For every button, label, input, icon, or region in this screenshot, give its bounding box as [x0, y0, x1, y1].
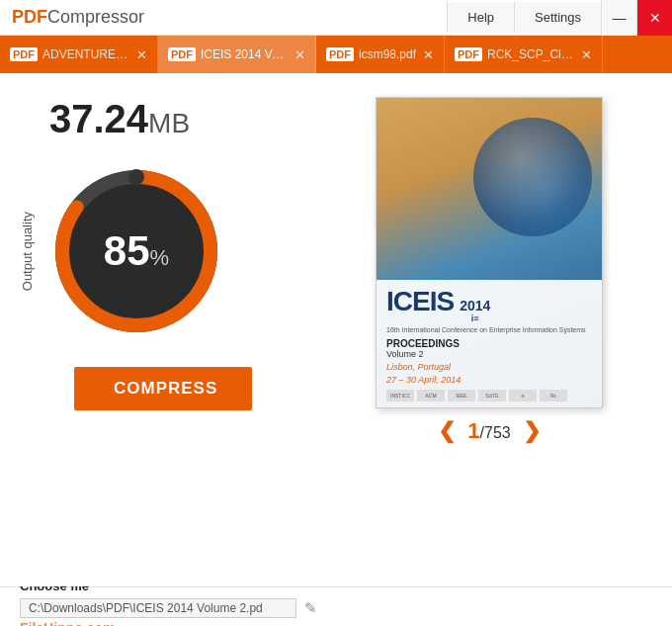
donut-wrapper: Output quality 85% [20, 157, 306, 345]
title-pdf: PDF [12, 7, 47, 28]
pdf-volume: Volume 2 [386, 349, 592, 359]
tab-icon-adventure: PDF [10, 47, 38, 61]
tab-bar: PDF ADVENTURE NE ✕ PDF ICEIS 2014 Volun … [0, 36, 672, 73]
pdf-location: Lisbon, Portugal [386, 362, 592, 372]
tab-label-adventure: ADVENTURE NE [42, 47, 129, 61]
main-content: 37.24MB Output quality 85% [0, 73, 672, 586]
tab-icon-rck: PDF [455, 47, 482, 61]
tab-close-iceis[interactable]: ✕ [294, 47, 305, 62]
tab-icon-iceis: PDF [168, 47, 196, 61]
tab-label-iceis: ICEIS 2014 Volun [201, 47, 288, 61]
tab-rck[interactable]: PDF RCK_SCP_Clones ✕ [445, 36, 603, 73]
page-info: 1/753 [467, 418, 510, 444]
bottom-bar: Choose file C:\Downloads\PDF\ICEIS 2014 … [0, 586, 672, 626]
logo-sigma: σ [509, 390, 537, 402]
pdf-preview: ICEIS 2014 i≡ 16th International Confere… [376, 97, 603, 408]
settings-menu[interactable]: Settings [514, 2, 601, 33]
tab-label-icsm98: icsm98.pdf [359, 47, 416, 61]
prev-page-button[interactable]: ❮ [438, 418, 456, 444]
pdf-logos: INSTICC ACM IEEE SciTE σ Rc [386, 390, 592, 402]
file-size-unit: MB [148, 108, 190, 138]
title-bar-controls: Help Settings — ✕ [447, 0, 672, 36]
logo-acm: ACM [417, 390, 445, 402]
title-bar: PDFCompressor Help Settings — ✕ [0, 0, 672, 36]
pdf-proceedings: PROCEEDINGS [386, 338, 592, 349]
tab-label-rck: RCK_SCP_Clones [487, 47, 574, 61]
minimize-button[interactable]: — [601, 0, 636, 36]
app-title: PDFCompressor [0, 7, 144, 28]
logo-ieee: IEEE [448, 390, 475, 402]
file-input-row: C:\Downloads\PDF\ICEIS 2014 Volume 2.pd … [20, 598, 652, 618]
tab-iceis[interactable]: PDF ICEIS 2014 Volun ✕ [158, 36, 316, 73]
pdf-globe-graphic [473, 118, 592, 236]
filehippo-watermark: FileHippo.com [20, 620, 652, 627]
svg-point-3 [128, 169, 144, 185]
tab-close-icsm98[interactable]: ✕ [423, 47, 434, 62]
tab-close-adventure[interactable]: ✕ [136, 47, 147, 62]
tab-icon-icsm98: PDF [326, 47, 354, 61]
logo-extra: Rc [540, 390, 567, 402]
compress-button[interactable]: COMPRESS [74, 367, 252, 410]
page-total: 753 [484, 424, 511, 441]
pdf-dates: 27 – 30 April, 2014 [386, 375, 592, 385]
logo-insticc: INSTICC [386, 390, 414, 402]
pdf-content-box: ICEIS 2014 i≡ 16th International Confere… [377, 280, 602, 407]
donut-chart[interactable]: 85% [42, 157, 230, 345]
left-panel: 37.24MB Output quality 85% [20, 97, 306, 577]
pdf-subtitle: 16th International Conference on Enterpr… [386, 325, 592, 334]
donut-center: 85% [104, 227, 169, 275]
quality-percent: 85 [104, 227, 150, 274]
close-button[interactable]: ✕ [636, 0, 672, 36]
right-panel: ICEIS 2014 i≡ 16th International Confere… [326, 97, 652, 577]
edit-file-icon[interactable]: ✎ [304, 599, 317, 617]
pdf-title: ICEIS [386, 288, 454, 315]
tab-close-rck[interactable]: ✕ [581, 47, 592, 62]
title-compressor: Compressor [47, 7, 144, 28]
pdf-year: 2014 [460, 298, 490, 313]
output-quality-label: Output quality [20, 212, 35, 291]
file-size-value: 37.24 [49, 97, 148, 140]
help-menu[interactable]: Help [447, 2, 514, 33]
page-current: 1 [467, 418, 479, 443]
tab-adventure[interactable]: PDF ADVENTURE NE ✕ [0, 36, 158, 73]
next-page-button[interactable]: ❯ [523, 418, 541, 444]
quality-percent-sign: % [150, 245, 170, 270]
logo-scitepress: SciTE [478, 390, 506, 402]
file-path-display[interactable]: C:\Downloads\PDF\ICEIS 2014 Volume 2.pd [20, 598, 296, 618]
tab-icsm98[interactable]: PDF icsm98.pdf ✕ [316, 36, 445, 73]
file-size: 37.24MB [49, 97, 190, 141]
page-navigation: ❮ 1/753 ❯ [438, 418, 540, 444]
